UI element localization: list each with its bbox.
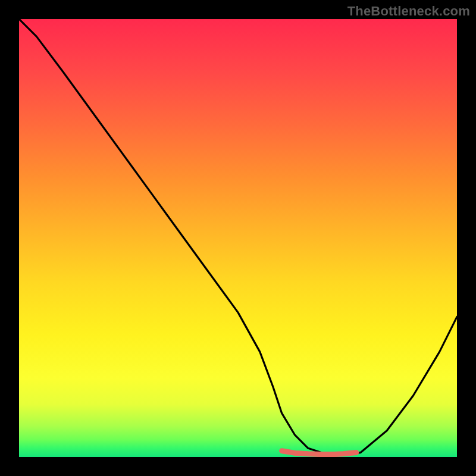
- main-curve: [19, 19, 457, 455]
- chart-container: { "attribution": "TheBottleneck.com", "c…: [0, 0, 476, 476]
- curve-svg: [19, 19, 457, 457]
- attribution-text: TheBottleneck.com: [347, 4, 470, 19]
- plot-area: [19, 19, 457, 457]
